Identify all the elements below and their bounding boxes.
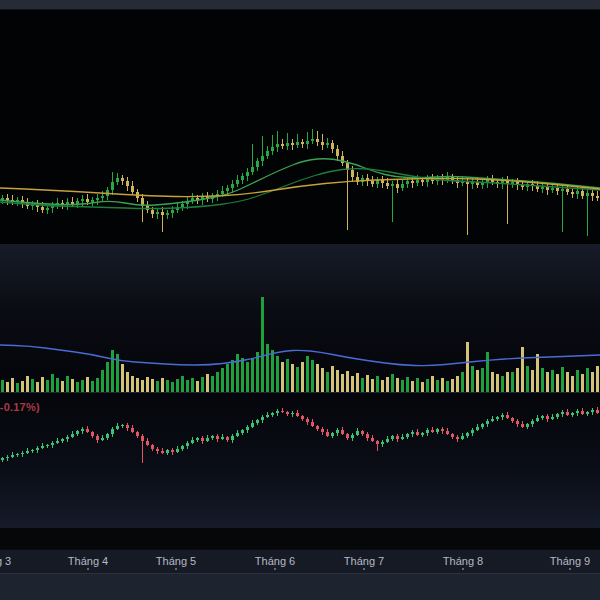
time-axis-tick-dot <box>274 568 276 570</box>
time-axis-label: Tháng 3 <box>0 555 11 567</box>
ma-slow <box>0 169 600 209</box>
chart-application: (-0.17%) Tháng 3Tháng 4Tháng 5Tháng 6Thá… <box>0 0 600 600</box>
time-axis-label: Tháng 6 <box>255 555 295 567</box>
index-overlay-pane[interactable]: (-0.17%) <box>0 392 600 528</box>
index-candlestick-chart <box>0 393 600 529</box>
volume-ma <box>0 345 600 366</box>
ma-long <box>0 178 600 196</box>
empty-pane <box>0 528 600 549</box>
bottom-toolbar <box>0 573 600 600</box>
time-axis-label: Tháng 5 <box>156 555 196 567</box>
ma-fast <box>0 159 600 206</box>
time-axis-label: Tháng 8 <box>443 555 483 567</box>
time-axis-label: Tháng 9 <box>550 555 590 567</box>
time-axis-tick-dot <box>363 568 365 570</box>
time-axis-tick-dot <box>569 568 571 570</box>
time-axis-tick-dot <box>462 568 464 570</box>
price-candlestick-chart <box>0 10 600 244</box>
volume-pane[interactable] <box>0 244 600 392</box>
price-chart-pane[interactable] <box>0 10 600 244</box>
time-axis[interactable]: Tháng 3Tháng 4Tháng 5Tháng 6Tháng 7Tháng… <box>0 549 600 573</box>
time-axis-tick-dot <box>87 568 89 570</box>
time-axis-label: Tháng 7 <box>344 555 384 567</box>
time-axis-tick-dot <box>175 568 177 570</box>
top-toolbar[interactable] <box>0 0 600 10</box>
index-change-label: (-0.17%) <box>0 401 40 413</box>
volume-bar-chart <box>0 244 600 392</box>
time-axis-label: Tháng 4 <box>68 555 108 567</box>
